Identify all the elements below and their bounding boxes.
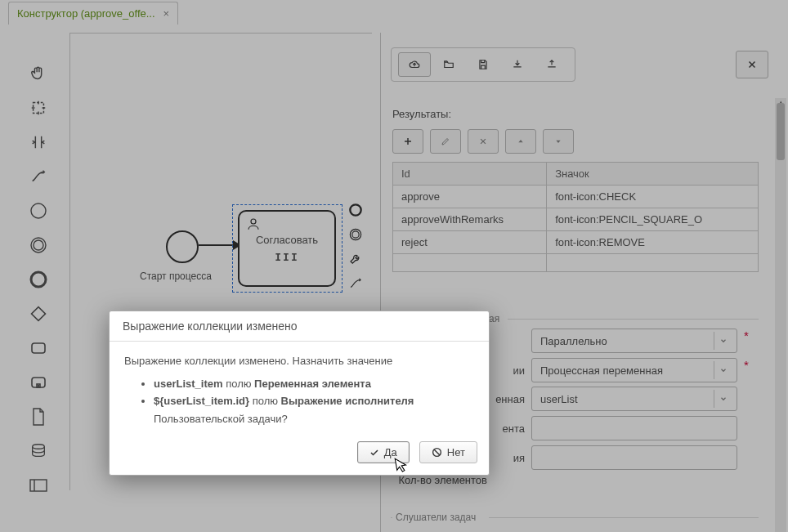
dialog-tail: Пользовательской задачи? [154, 411, 474, 427]
check-icon [369, 448, 379, 458]
confirm-dialog: Выражение коллекции изменено Выражение к… [109, 311, 490, 476]
dialog-title: Выражение коллекции изменено [110, 311, 489, 342]
mouse-cursor-icon [392, 455, 410, 476]
dialog-item: ${userList_item.id} полю Выражение испол… [154, 393, 474, 409]
no-button[interactable]: Нет [419, 441, 477, 463]
dialog-item: userList_item полю Переменная элемента [154, 376, 474, 392]
dialog-text: Выражение коллекции изменено. Назначить … [124, 353, 474, 369]
ban-icon [432, 447, 442, 458]
